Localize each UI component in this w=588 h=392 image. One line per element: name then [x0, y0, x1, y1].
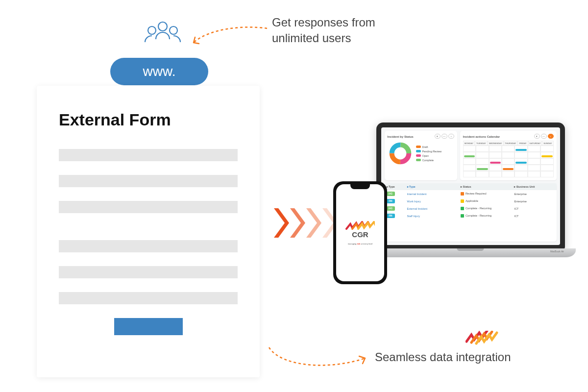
svg-point-0 [158, 22, 167, 31]
svg-point-2 [170, 26, 177, 34]
funnel-icon[interactable]: ▾ [534, 134, 540, 139]
expand-icon[interactable]: › [548, 134, 554, 139]
chevron-icon [305, 208, 321, 238]
www-label: www. [143, 64, 176, 79]
chevron-icon [273, 208, 289, 238]
card-title: Incident by Status [388, 135, 414, 138]
dashed-arrow-bottom [267, 345, 370, 372]
funnel-icon[interactable]: ▾ [435, 134, 441, 139]
www-pill: www. [110, 58, 208, 85]
form-field[interactable] [59, 266, 238, 278]
form-field[interactable] [59, 201, 238, 213]
card-controls: ▾ ⋯ › [435, 134, 454, 139]
table-row[interactable]: FINStaff InjuryComplete - RecurringICT [385, 212, 557, 220]
brand-zigzag-icon [466, 331, 507, 345]
menu-icon[interactable]: ⋯ [541, 134, 547, 139]
card-incident-table: ▸ Type ▸ Type ▸ Status ▸ Business Unit I… [385, 183, 557, 242]
form-title: External Form [59, 110, 238, 129]
submit-button[interactable] [114, 318, 183, 335]
phone-notch [350, 184, 370, 189]
annotation-unlimited-users: Get responses from unlimited users [272, 15, 375, 47]
table-row[interactable]: FINWork InjuryApplicableEnterprise [385, 197, 557, 205]
annotation-integration: Seamless data integration [375, 350, 511, 364]
dashed-arrow-top [190, 26, 268, 48]
phone-device: CGR managing risk at every level [333, 181, 387, 284]
brand-logo: CGR managing risk at every level [345, 221, 375, 245]
laptop-device: Incident by Status ▾ ⋯ › [365, 122, 576, 272]
card-incident-calendar: Incident actions Calendar ▾ ⋯ › MONDAYTU… [460, 131, 557, 180]
form-field[interactable] [59, 292, 238, 304]
laptop-base: MacBook Air [365, 248, 576, 257]
svg-point-1 [148, 26, 156, 34]
menu-icon[interactable]: ⋯ [441, 134, 447, 139]
dashboard-screen: Incident by Status ▾ ⋯ › [381, 127, 560, 245]
status-legend: Draft Pending Review Open Complete [416, 146, 442, 162]
table-row[interactable]: IAGExternal IncidentComplete - Recurring… [385, 205, 557, 212]
table-row[interactable]: IAGInternal IncidentReview RequiredEnter… [385, 190, 557, 197]
calendar-grid: MONDAYTUESDAYWEDNESDAYTHURSDAYFRIDAYSATU… [463, 141, 554, 177]
donut-chart [388, 141, 413, 166]
form-field[interactable] [59, 240, 238, 252]
users-icon [142, 19, 184, 53]
form-field[interactable] [59, 149, 238, 161]
flow-chevrons [273, 208, 338, 238]
more-icon[interactable]: › [448, 134, 454, 139]
laptop-brand: MacBook Air [550, 250, 564, 253]
chevron-icon [289, 208, 305, 238]
external-form-card: External Form [37, 86, 260, 377]
form-field[interactable] [59, 175, 238, 187]
card-incident-status: Incident by Status ▾ ⋯ › [385, 131, 457, 180]
svg-text:CGR: CGR [352, 230, 368, 239]
card-title: Incident actions Calendar [463, 135, 500, 138]
